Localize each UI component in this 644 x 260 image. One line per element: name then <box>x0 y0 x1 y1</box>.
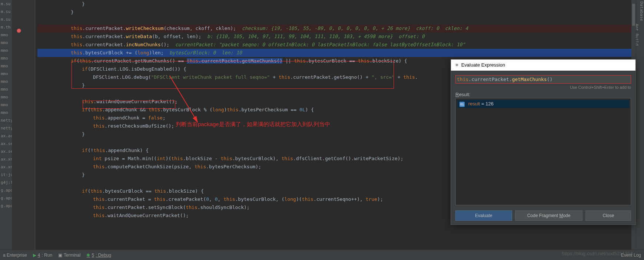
sidebar-item[interactable]: mmo <box>0 31 12 39</box>
sidebar-item[interactable]: it:jur <box>0 171 12 179</box>
sidebar-item[interactable]: ax.se <box>0 148 12 155</box>
code-fragment-mode-button[interactable]: Code Fragment Mode <box>515 210 583 221</box>
sidebar-item[interactable]: netty <box>0 117 12 124</box>
code-line: } <box>37 8 636 16</box>
sidebar-item[interactable]: mmo <box>0 85 12 93</box>
bug-icon: ✱ <box>86 253 90 258</box>
sidebar-item[interactable]: g4j:lo <box>0 179 12 186</box>
sidebar-item[interactable]: mmo <box>0 101 12 109</box>
code-line: } <box>37 0 636 8</box>
sidebar-item[interactable]: m.su <box>0 8 12 16</box>
evaluate-button[interactable]: Evaluate <box>455 210 512 221</box>
code-line: this.currentPacket.writeChecksum(checksu… <box>37 24 636 33</box>
sidebar-item[interactable]: mmo <box>0 54 12 62</box>
bottom-toolbar: a Enterprise ▶4: Run ▣Terminal ✱5: Debug… <box>0 250 644 260</box>
sidebar-item[interactable]: ax.xn <box>0 163 12 171</box>
code-line <box>37 16 636 24</box>
sidebar-item[interactable]: mmo <box>0 78 12 85</box>
sidebar-item[interactable]: m.th <box>0 23 12 31</box>
terminal-icon: ▣ <box>58 253 62 258</box>
debug-tab[interactable]: ✱5: Debug <box>86 253 111 258</box>
sidebar-item[interactable]: m.su <box>0 0 12 8</box>
database-tool[interactable]: Database <box>639 1 644 260</box>
sidebar-item[interactable]: g.apa <box>0 202 12 210</box>
run-icon: ▶ <box>33 253 36 258</box>
sidebar-item[interactable]: ax.xn <box>0 155 12 163</box>
close-button[interactable]: Close <box>585 210 631 221</box>
code-line-current: this.bytesCurBlock += (long)len; bytesCu… <box>37 49 636 57</box>
code-line: this.currentPacket.writeData(b, offset, … <box>37 33 636 41</box>
sidebar-item[interactable]: mmo <box>0 47 12 54</box>
project-sidebar[interactable]: m.su m.su m.su m.th mmo mmo mmo mmo mmo … <box>0 0 12 260</box>
sidebar-item[interactable]: mmo <box>0 62 12 70</box>
editor-gutter[interactable] <box>12 0 35 250</box>
terminal-tab[interactable]: ▣Terminal <box>58 253 80 258</box>
evaluate-icon: ≡ <box>454 60 460 71</box>
sidebar-item[interactable]: mmo <box>0 70 12 78</box>
sidebar-item[interactable]: netty <box>0 124 12 132</box>
expression-input[interactable]: this.currentPacket.getMaxChunks() <box>455 75 631 84</box>
tool-sidebar-right: Database Ant Build <box>636 0 644 260</box>
evaluate-expression-dialog[interactable]: ≡ Evaluate Expression this.currentPacket… <box>451 59 636 225</box>
sidebar-item[interactable]: g.apa <box>0 186 12 194</box>
breakpoint-icon[interactable] <box>17 28 21 33</box>
value-icon: 01 <box>459 102 465 107</box>
sidebar-item[interactable]: mmo <box>0 39 12 47</box>
scrollbar-thumb[interactable] <box>632 4 635 26</box>
result-label: Result: <box>455 91 631 98</box>
code-line: this.currentPacket.incNumChunks(); curre… <box>37 41 636 49</box>
hint-text: Use Control+Shift+Enter to add to <box>455 84 631 91</box>
sidebar-item[interactable]: ax.se <box>0 140 12 148</box>
sidebar-item[interactable]: mmo <box>0 93 12 101</box>
run-tab[interactable]: ▶4: Run <box>33 253 52 258</box>
dialog-title: Evaluate Expression <box>461 62 505 68</box>
sidebar-item[interactable]: m.su <box>0 16 12 23</box>
sidebar-item[interactable]: mmo <box>0 109 12 117</box>
watermark: https://blog.csdn.net/sod5211314 <box>562 251 633 256</box>
result-tree[interactable]: 01 result = 126 <box>455 98 631 205</box>
sidebar-item[interactable]: g.apa <box>0 194 12 202</box>
result-row[interactable]: 01 result = 126 <box>457 100 629 108</box>
sidebar-item[interactable]: ax.ac <box>0 132 12 140</box>
java-enterprise-tab[interactable]: a Enterprise <box>3 253 27 258</box>
dialog-titlebar[interactable]: ≡ Evaluate Expression <box>451 60 635 71</box>
